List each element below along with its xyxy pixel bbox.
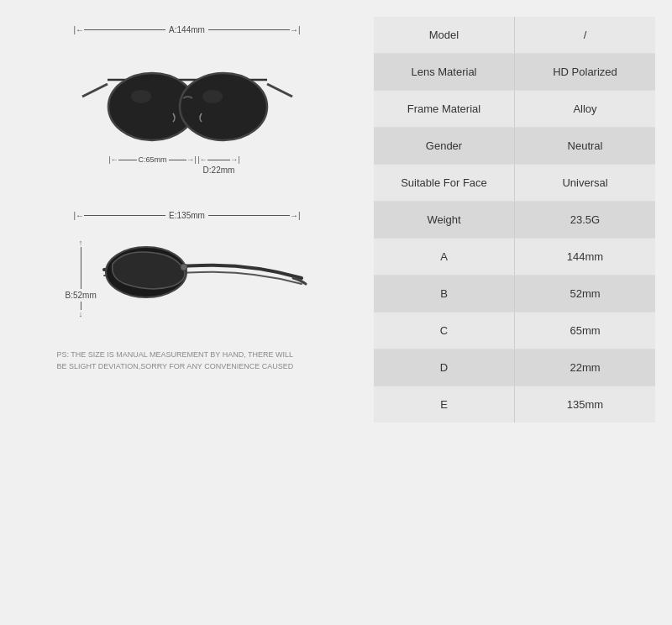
- spec-value: Universal: [515, 165, 655, 201]
- spec-value: 23.5G: [515, 202, 655, 238]
- spec-row: D22mm: [374, 349, 655, 386]
- spec-value: /: [515, 17, 655, 53]
- svg-line-5: [267, 84, 292, 97]
- spec-key: E: [374, 386, 515, 423]
- spec-key: D: [374, 349, 515, 386]
- spec-key: Frame Material: [374, 91, 515, 127]
- svg-line-4: [82, 84, 108, 97]
- dim-a-label: A:144mm: [165, 25, 208, 34]
- spec-value: Neutral: [515, 128, 655, 164]
- spec-key: B: [374, 276, 515, 312]
- dim-d-label: D:22mm: [203, 165, 235, 175]
- spec-row: Suitable For FaceUniversal: [374, 165, 655, 202]
- spec-value: HD Polarized: [515, 54, 655, 90]
- right-panel: Model/Lens MaterialHD PolarizedFrame Mat…: [374, 17, 655, 608]
- svg-point-3: [180, 73, 267, 140]
- spec-value: 135mm: [515, 386, 655, 423]
- spec-row: E135mm: [374, 386, 655, 423]
- spec-key: C: [374, 312, 515, 349]
- spec-row: Frame MaterialAlloy: [374, 91, 655, 128]
- spec-value: 65mm: [515, 312, 655, 349]
- footnote: PS: THE SIZE IS MANUAL MEASUREMENT BY HA…: [57, 349, 318, 372]
- spec-key: Lens Material: [374, 54, 515, 90]
- dim-b-label: B:52mm: [66, 291, 97, 300]
- spec-value: 144mm: [515, 239, 655, 275]
- spec-row: GenderNeutral: [374, 128, 655, 165]
- spec-key: Suitable For Face: [374, 165, 515, 201]
- svg-point-6: [131, 90, 151, 103]
- glasses-front-view: [74, 38, 301, 155]
- page-container: |← A:144mm →|: [0, 0, 672, 625]
- spec-row: Model/: [374, 17, 655, 54]
- footnote-line1: PS: THE SIZE IS MANUAL MEASUREMENT BY HA…: [57, 349, 318, 361]
- spec-value: 22mm: [515, 349, 655, 386]
- spec-key: Model: [374, 17, 515, 53]
- spec-row: Weight23.5G: [374, 202, 655, 239]
- footnote-line2: BE SLIGHT DEVIATION,SORRY FOR ANY CONVEN…: [57, 361, 318, 373]
- spec-key: Gender: [374, 128, 515, 164]
- svg-point-7: [202, 90, 223, 103]
- dim-c-label: C:65mm: [137, 155, 169, 164]
- svg-point-9: [181, 264, 187, 270]
- side-view-diagram: |← E:135mm →| ↑ B:52mm ↓: [57, 211, 318, 324]
- spec-row: Lens MaterialHD Polarized: [374, 54, 655, 91]
- spec-row: A144mm: [374, 239, 655, 276]
- spec-row: C65mm: [374, 312, 655, 349]
- spec-key: A: [374, 239, 515, 275]
- spec-value: 52mm: [515, 276, 655, 312]
- spec-key: Weight: [374, 202, 515, 238]
- front-view-diagram: |← A:144mm →|: [57, 25, 318, 186]
- left-panel: |← A:144mm →|: [17, 17, 357, 608]
- spec-value: Alloy: [515, 91, 655, 127]
- spec-table: Model/Lens MaterialHD PolarizedFrame Mat…: [374, 17, 655, 423]
- glasses-side-view: [100, 223, 310, 324]
- dim-e-label: E:135mm: [165, 211, 208, 220]
- spec-row: B52mm: [374, 276, 655, 312]
